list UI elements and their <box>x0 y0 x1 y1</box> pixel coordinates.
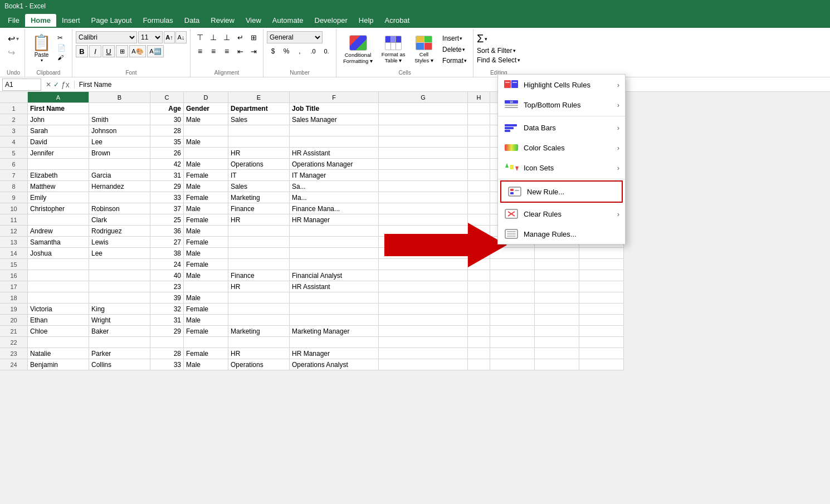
list-item[interactable] <box>228 136 290 148</box>
list-item[interactable] <box>290 136 379 148</box>
list-item[interactable]: Garcia <box>89 170 150 181</box>
list-item[interactable]: 31 <box>150 315 184 326</box>
manage-rules-item[interactable]: Manage Rules... <box>498 224 625 244</box>
row-header[interactable]: 1 <box>0 103 28 114</box>
cancel-input-button[interactable]: ✕ <box>46 81 51 89</box>
list-item[interactable] <box>490 337 535 348</box>
list-item[interactable] <box>184 337 228 348</box>
list-item[interactable] <box>579 326 624 337</box>
list-item[interactable]: Johnson <box>89 125 150 136</box>
list-item[interactable]: 31 <box>150 170 184 181</box>
list-item[interactable] <box>290 304 379 315</box>
list-item[interactable] <box>228 292 290 304</box>
list-item[interactable] <box>379 237 468 248</box>
list-item[interactable] <box>290 226 379 237</box>
list-item[interactable]: Sa... <box>290 181 379 192</box>
format-as-table-button[interactable]: Format asTable ▾ <box>378 32 408 67</box>
list-item[interactable] <box>379 148 468 159</box>
list-item[interactable] <box>228 226 290 237</box>
list-item[interactable] <box>379 337 468 348</box>
list-item[interactable]: 24 <box>150 259 184 270</box>
font-decrease-button[interactable]: A↓ <box>175 31 187 43</box>
row-header[interactable]: 20 <box>0 315 28 326</box>
list-item[interactable]: Male <box>184 136 228 148</box>
list-item[interactable]: Victoria <box>28 304 89 315</box>
list-item[interactable] <box>579 304 624 315</box>
format-button[interactable]: Format▾ <box>440 56 470 66</box>
list-item[interactable]: 26 <box>150 148 184 159</box>
align-right-button[interactable]: ≡ <box>221 45 233 57</box>
list-item[interactable] <box>379 181 468 192</box>
list-item[interactable] <box>290 125 379 136</box>
list-item[interactable]: Smith <box>89 114 150 125</box>
align-middle-button[interactable]: ⊥ <box>207 31 219 43</box>
list-item[interactable] <box>579 292 624 304</box>
list-item[interactable] <box>379 281 468 292</box>
list-item[interactable]: 25 <box>150 214 184 226</box>
list-item[interactable] <box>468 237 490 248</box>
list-item[interactable] <box>184 125 228 136</box>
list-item[interactable] <box>379 136 468 148</box>
list-item[interactable] <box>89 292 150 304</box>
bold-button[interactable]: B <box>76 45 88 57</box>
col-header-f[interactable]: F <box>290 92 379 103</box>
list-item[interactable] <box>468 181 490 192</box>
list-item[interactable]: Finance <box>228 270 290 281</box>
list-item[interactable]: 23 <box>150 281 184 292</box>
list-item[interactable] <box>379 192 468 203</box>
wrap-text-button[interactable]: ↵ <box>234 31 246 43</box>
list-item[interactable] <box>468 326 490 337</box>
list-item[interactable] <box>579 248 624 259</box>
list-item[interactable] <box>228 248 290 259</box>
menu-formulas[interactable]: Formulas <box>138 14 179 27</box>
list-item[interactable]: Male <box>184 359 228 370</box>
row-header[interactable]: 14 <box>0 248 28 259</box>
list-item[interactable] <box>379 326 468 337</box>
list-item[interactable] <box>468 148 490 159</box>
list-item[interactable]: Male <box>184 114 228 125</box>
list-item[interactable]: Female <box>184 348 228 359</box>
list-item[interactable]: Brown <box>89 148 150 159</box>
list-item[interactable] <box>468 292 490 304</box>
list-item[interactable]: Finance Mana... <box>290 203 379 214</box>
number-format-select[interactable]: General <box>267 31 323 43</box>
list-item[interactable]: 42 <box>150 159 184 170</box>
list-item[interactable] <box>468 270 490 281</box>
list-item[interactable]: Ethan <box>28 315 89 326</box>
list-item[interactable] <box>379 304 468 315</box>
list-item[interactable] <box>379 114 468 125</box>
row-header[interactable]: 23 <box>0 348 28 359</box>
list-item[interactable]: 38 <box>150 248 184 259</box>
list-item[interactable]: Baker <box>89 326 150 337</box>
list-item[interactable]: HR <box>228 348 290 359</box>
list-item[interactable]: Sales <box>228 181 290 192</box>
list-item[interactable] <box>468 214 490 226</box>
list-item[interactable] <box>490 315 535 326</box>
list-item[interactable]: HR <box>228 148 290 159</box>
italic-button[interactable]: I <box>89 45 101 57</box>
list-item[interactable]: Marketing Manager <box>290 326 379 337</box>
list-item[interactable]: Robinson <box>89 203 150 214</box>
list-item[interactable] <box>535 359 579 370</box>
list-item[interactable] <box>468 159 490 170</box>
list-item[interactable]: HR <box>228 214 290 226</box>
list-item[interactable] <box>89 103 150 114</box>
list-item[interactable] <box>379 226 468 237</box>
list-item[interactable] <box>535 315 579 326</box>
color-scales-item[interactable]: Color Scales › <box>498 138 625 158</box>
list-item[interactable]: First Name <box>28 103 89 114</box>
row-header[interactable]: 8 <box>0 181 28 192</box>
row-header[interactable]: 2 <box>0 114 28 125</box>
row-header[interactable]: 9 <box>0 192 28 203</box>
row-header[interactable]: 7 <box>0 170 28 181</box>
cell-styles-button[interactable]: CellStyles ▾ <box>411 32 437 67</box>
row-header[interactable]: 19 <box>0 304 28 315</box>
format-painter-button[interactable]: 🖌 <box>56 53 67 61</box>
list-item[interactable] <box>379 159 468 170</box>
list-item[interactable] <box>228 125 290 136</box>
list-item[interactable]: 36 <box>150 226 184 237</box>
list-item[interactable] <box>468 304 490 315</box>
row-header[interactable]: 17 <box>0 281 28 292</box>
fill-color-button[interactable]: A🎨 <box>129 45 146 57</box>
list-item[interactable] <box>490 248 535 259</box>
